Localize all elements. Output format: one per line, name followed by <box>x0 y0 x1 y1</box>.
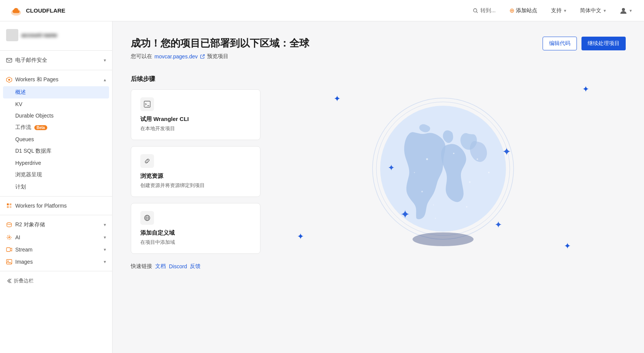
language-menu[interactable]: 简体中文 ▾ <box>577 6 609 16</box>
next-steps-cards: 试用 Wrangler CLI 在本地开发项目 浏览资源 创建资源并将资源绑定到 <box>131 89 260 254</box>
sidebar-group-workers-pages[interactable]: Workers 和 Pages ▴ <box>0 73 112 86</box>
sidebar-item-hyperdrive[interactable]: Hyperdrive <box>0 157 112 169</box>
sparkle-right-top: ✦ <box>502 146 511 158</box>
actions-row: 编辑代码 继续处理项目 <box>543 37 626 50</box>
support-menu[interactable]: 支持 ▾ <box>548 6 569 16</box>
preview-link[interactable]: movcar.pages.dev <box>154 53 198 60</box>
chevron-down-icon: ▾ <box>104 247 106 252</box>
chevron-down-icon: ▾ <box>604 8 606 13</box>
success-title: 成功！您的项目已部署到以下区域：全球 <box>131 37 309 50</box>
svg-rect-15 <box>144 101 150 107</box>
divider <box>0 271 112 271</box>
sidebar-item-r2[interactable]: R2 对象存储 ▾ <box>0 218 112 231</box>
globe-illustration: ✦ ✦ ✦ ✦ <box>260 75 626 270</box>
search-button[interactable]: 转到... <box>470 6 499 16</box>
svg-rect-8 <box>7 206 9 208</box>
chevron-down-icon: ▾ <box>104 222 106 227</box>
divider <box>0 50 112 51</box>
sparkle-icon: ✦ <box>334 95 340 103</box>
workers-platforms-section: Workers for Platforms <box>0 200 112 212</box>
user-icon <box>620 7 627 15</box>
svg-point-25 <box>453 153 454 154</box>
collapse-sidebar-button[interactable]: 折叠边栏 <box>0 274 112 287</box>
external-link-icon <box>200 54 205 59</box>
success-header: 成功！您的项目已部署到以下区域：全球 您可以在 movcar.pages.dev… <box>131 37 309 60</box>
beta-badge: Beta <box>34 125 47 130</box>
continue-button[interactable]: 继续处理项目 <box>581 37 626 50</box>
svg-point-26 <box>433 205 434 206</box>
sidebar-item-images[interactable]: Images ▾ <box>0 256 112 268</box>
svg-rect-12 <box>6 248 10 251</box>
sparkle-icon: ✦ <box>297 232 304 241</box>
add-site-button[interactable]: ⊕ 添加站点 <box>506 5 540 16</box>
link-icon <box>140 154 154 168</box>
edit-code-button[interactable]: 编辑代码 <box>543 37 577 50</box>
svg-point-20 <box>380 106 506 232</box>
svg-rect-6 <box>7 203 9 205</box>
brand-logo <box>6 29 18 41</box>
sidebar-item-workflow[interactable]: 工作流 Beta <box>0 121 112 134</box>
sidebar-item-queues[interactable]: Queues <box>0 134 112 145</box>
sidebar-item-ai[interactable]: AI ▾ <box>0 231 112 243</box>
topnav: CLOUDFLARE 转到... ⊕ 添加站点 支持 ▾ 简体中文 ▾ ▾ <box>0 0 644 21</box>
content-layout: 后续步骤 试用 Wrangler CLI 在本地开发项目 <box>131 75 626 270</box>
sparkle-left-bottom: ✦ <box>400 208 410 221</box>
svg-point-14 <box>8 261 9 262</box>
sidebar-item-stream[interactable]: Stream ▾ <box>0 243 112 256</box>
sidebar-item-workers-platforms[interactable]: Workers for Platforms <box>0 200 112 212</box>
svg-point-23 <box>477 158 478 160</box>
svg-point-2 <box>622 8 625 11</box>
svg-rect-9 <box>10 206 11 208</box>
docs-link[interactable]: 文档 <box>155 263 166 270</box>
logo-text: CLOUDFLARE <box>26 7 65 14</box>
r2-icon <box>6 222 12 228</box>
sidebar-item-email-security[interactable]: 电子邮件安全 ▾ <box>0 54 112 67</box>
sparkle-icon: ✦ <box>564 242 571 250</box>
sidebar-item-durable-objects[interactable]: Durable Objects <box>0 110 112 121</box>
terminal-icon <box>144 101 151 108</box>
svg-point-22 <box>469 181 471 183</box>
chevron-down-icon: ▾ <box>630 8 632 13</box>
feedback-link[interactable]: 反馈 <box>190 263 201 270</box>
card2-title: 浏览资源 <box>140 172 251 180</box>
svg-rect-7 <box>10 203 11 205</box>
plus-icon: ⊕ <box>509 7 514 14</box>
workers-icon <box>6 77 12 83</box>
svg-point-27 <box>466 206 467 208</box>
discord-link[interactable]: Discord <box>169 263 187 269</box>
sidebar-item-overview[interactable]: 概述 <box>3 86 109 98</box>
email-icon <box>6 57 12 63</box>
svg-rect-13 <box>6 260 12 264</box>
chevron-down-icon: ▾ <box>104 235 106 240</box>
cli-icon <box>140 97 154 111</box>
globe-svg: ✦ ✦ ✦ ✦ <box>359 89 527 256</box>
next-steps-title: 后续步骤 <box>131 75 260 83</box>
globe-icon <box>140 211 154 225</box>
svg-point-10 <box>7 223 11 225</box>
card3-desc: 在项目中添加域 <box>140 239 251 246</box>
svg-point-30 <box>435 218 436 219</box>
svg-point-5 <box>8 79 10 81</box>
card3-title: 添加自定义域 <box>140 229 251 237</box>
sidebar-item-d1[interactable]: D1 SQL 数据库 <box>0 145 112 157</box>
sidebar-item-browser-rendering[interactable]: 浏览器呈现 <box>0 169 112 181</box>
sidebar-item-plans[interactable]: 计划 <box>0 181 112 193</box>
platforms-icon <box>6 203 12 209</box>
layout: account name 电子邮件安全 ▾ <box>0 21 644 353</box>
main-content: 成功！您的项目已部署到以下区域：全球 您可以在 movcar.pages.dev… <box>112 21 644 353</box>
workers-pages-section: Workers 和 Pages ▴ 概述 KV Durable Objects … <box>0 73 112 193</box>
svg-point-28 <box>414 172 415 173</box>
globe-small-icon <box>144 214 151 221</box>
ai-icon <box>6 234 12 240</box>
divider <box>0 70 112 70</box>
svg-point-24 <box>421 191 423 192</box>
sidebar-brand: account name <box>0 26 112 47</box>
divider <box>0 215 112 215</box>
email-security-section: 电子邮件安全 ▾ <box>0 54 112 67</box>
sparkle-right-bottom: ✦ <box>495 219 502 230</box>
user-menu[interactable]: ▾ <box>617 5 635 16</box>
sidebar: account name 电子邮件安全 ▾ <box>0 21 112 353</box>
svg-rect-3 <box>6 58 12 62</box>
sidebar-item-kv[interactable]: KV <box>0 98 112 110</box>
svg-point-21 <box>426 158 428 160</box>
